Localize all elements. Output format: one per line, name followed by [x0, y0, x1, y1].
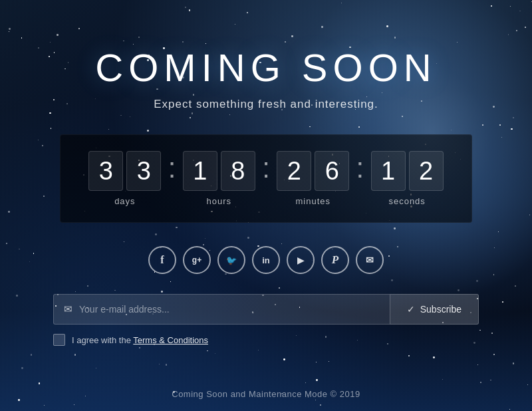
- email-social-icon[interactable]: ✉: [356, 246, 384, 274]
- days-digits: 3 3: [88, 151, 161, 191]
- seconds-digits: 1 2: [371, 151, 444, 191]
- countdown-minutes: 2 6 minutes: [275, 151, 351, 206]
- countdown-seconds: 1 2 seconds: [369, 151, 445, 206]
- linkedin-icon[interactable]: in: [252, 246, 280, 274]
- terms-link[interactable]: Terms & Conditions: [133, 335, 208, 345]
- subscribe-check-icon: ✓: [407, 304, 415, 315]
- countdown-days: 3 3 days: [87, 151, 163, 206]
- page-subtitle: Expect something fresh and interesting.: [154, 98, 378, 111]
- social-icons-row: f g+ 🐦 in ▶ P ✉: [148, 246, 384, 274]
- minutes-digit-1: 2: [277, 151, 311, 191]
- minutes-label: minutes: [295, 196, 331, 206]
- seconds-digit-1: 1: [371, 151, 406, 191]
- hours-digit-1: 1: [183, 151, 217, 191]
- email-field-icon: ✉: [64, 303, 72, 315]
- main-content: COMING SOON Expect something fresh and i…: [0, 32, 532, 379]
- terms-text: I agree with the Terms & Conditions: [72, 335, 208, 345]
- colon-3: :: [351, 152, 370, 198]
- twitter-icon[interactable]: 🐦: [217, 246, 245, 274]
- googleplus-icon[interactable]: g+: [183, 246, 211, 274]
- subscribe-button[interactable]: ✓ Subscribe: [390, 294, 479, 325]
- hours-digits: 1 8: [183, 151, 255, 191]
- subscribe-label: Subscribe: [420, 304, 462, 315]
- days-label: days: [114, 196, 135, 206]
- colon-2: :: [257, 152, 275, 198]
- email-input-wrapper: ✉: [53, 294, 390, 325]
- facebook-icon[interactable]: f: [148, 246, 176, 274]
- youtube-icon[interactable]: ▶: [287, 246, 315, 274]
- terms-checkbox[interactable]: [53, 334, 65, 346]
- minutes-digits: 2 6: [277, 151, 349, 191]
- seconds-digit-2: 2: [409, 151, 444, 191]
- pinterest-icon[interactable]: P: [321, 246, 349, 274]
- days-digit-1: 3: [88, 151, 123, 191]
- email-form: ✉ ✓ Subscribe: [53, 294, 479, 325]
- countdown-hours: 1 8 hours: [181, 151, 257, 206]
- days-digit-2: 3: [126, 151, 161, 191]
- colon-1: :: [163, 152, 182, 198]
- hours-label: hours: [207, 196, 232, 206]
- countdown-timer: 3 3 days : 1 8 hours : 2 6 minutes :: [60, 134, 472, 223]
- minutes-digit-2: 6: [315, 151, 349, 191]
- footer-text: Coming Soon and Maintenance Mode © 2019: [172, 389, 360, 399]
- email-input[interactable]: [79, 295, 380, 324]
- page-title: COMING SOON: [95, 45, 436, 90]
- hours-digit-2: 8: [221, 151, 255, 191]
- terms-row: I agree with the Terms & Conditions: [53, 334, 479, 346]
- seconds-label: seconds: [388, 196, 425, 206]
